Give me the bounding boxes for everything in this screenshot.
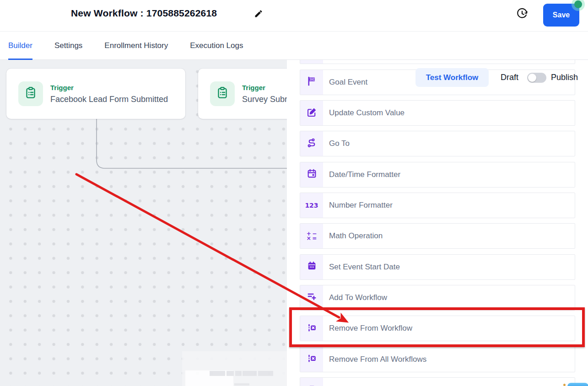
tab-bar: BuilderSettingsEnrollment HistoryExecuti… — [0, 32, 588, 60]
list-add-icon — [307, 291, 317, 304]
trigger-card[interactable]: Trigger Survey Subr — [198, 69, 287, 119]
calendar-date-icon — [307, 168, 317, 181]
header: New Workflow : 1705885262618 Save — [0, 0, 588, 32]
action-icon-box — [300, 316, 323, 341]
edit-square-icon — [307, 107, 317, 119]
math-symbols-icon: + −× = — [307, 231, 317, 241]
version-history-button[interactable] — [515, 7, 529, 21]
action-item-number-formatter[interactable]: 123 Number Formatter — [300, 193, 575, 218]
list-remove-icon — [307, 322, 317, 335]
tab-label: Builder — [8, 41, 32, 50]
action-icon-box — [300, 101, 323, 125]
action-item-remove-from-workflow[interactable]: Remove From Workflow — [300, 316, 575, 341]
trigger-icon-box — [18, 81, 43, 106]
trigger-type-label: Trigger — [242, 84, 287, 91]
action-item-label: Update Custom Value — [323, 101, 405, 125]
action-item-label: Remove From All Workflows — [323, 347, 426, 372]
action-item-label: Goal Event — [323, 70, 367, 95]
action-item-label — [323, 60, 329, 64]
unsaved-changes-dot — [574, 0, 582, 8]
trigger-title: Survey Subr — [242, 95, 287, 104]
drag-ghost-preview — [182, 351, 287, 386]
tab-label: Enrollment History — [104, 41, 168, 50]
action-item-partial-top[interactable] — [300, 60, 575, 64]
action-item-label: Number Formatter — [323, 193, 393, 218]
action-item-label: Date/Time Formatter — [323, 162, 400, 187]
action-item-label: Add To Workflow — [323, 285, 387, 310]
publish-label: Publish — [551, 73, 578, 82]
action-item-remove-from-all-workflows[interactable]: Remove From All Workflows — [300, 347, 575, 372]
action-icon-box — [300, 162, 323, 187]
trigger-texts: Trigger Survey Subr — [242, 69, 287, 119]
route-icon — [307, 138, 317, 150]
action-icon-box — [300, 131, 323, 156]
workflow-canvas[interactable]: Trigger Facebook Lead Form Submitted Tri… — [0, 60, 287, 386]
publish-toggle[interactable] — [527, 73, 546, 83]
action-icon-box — [300, 378, 323, 386]
action-icon-box — [300, 347, 323, 372]
tab-label: Settings — [54, 41, 82, 50]
trigger-texts: Trigger Facebook Lead Form Submitted — [50, 69, 168, 119]
numbers-123-icon: 123 — [305, 201, 318, 209]
workflow-title: New Workflow : 1705885262618 — [71, 8, 217, 19]
action-item-math-operation[interactable]: + −× = Math Operation — [300, 223, 575, 249]
clipboard-icon — [24, 86, 38, 102]
tab-enrollment-history[interactable]: Enrollment History — [104, 32, 168, 60]
draft-label: Draft — [501, 73, 518, 82]
action-item-label: Set Event Start Date — [323, 255, 400, 279]
action-icon-box: + −× = — [300, 224, 323, 248]
tab-builder[interactable]: Builder — [8, 32, 32, 60]
pencil-icon — [254, 13, 263, 20]
toggle-knob — [528, 74, 536, 82]
actions-panel: Goal Event Update Custom Value Go To Dat… — [287, 60, 588, 386]
history-clock-icon — [516, 14, 528, 21]
trigger-card[interactable]: Trigger Facebook Lead Form Submitted — [6, 69, 185, 119]
chat-widget-dot — [563, 384, 566, 386]
calendar-event-icon — [307, 261, 317, 273]
square-filled-icon — [307, 384, 317, 386]
action-item-update-custom-value[interactable]: Update Custom Value — [300, 100, 575, 126]
action-item-add-to-workflow[interactable]: Add To Workflow — [300, 285, 575, 311]
action-icon-box — [300, 255, 323, 279]
tab-label: Execution Logs — [190, 41, 243, 50]
edit-title-button[interactable] — [253, 8, 264, 20]
tab-settings[interactable]: Settings — [54, 32, 82, 60]
tabs: BuilderSettingsEnrollment HistoryExecuti… — [8, 32, 265, 60]
clipboard-icon — [216, 86, 229, 102]
action-item-label — [323, 378, 329, 386]
trigger-title: Facebook Lead Form Submitted — [50, 95, 168, 104]
save-button[interactable]: Save — [543, 4, 579, 27]
action-item-go-to[interactable]: Go To — [300, 131, 575, 156]
action-item-label: Math Operation — [323, 224, 383, 248]
list-remove-icon — [307, 353, 317, 365]
goal-flag-icon — [307, 76, 317, 88]
action-icon-box: 123 — [300, 193, 323, 218]
action-icon-box — [300, 70, 323, 95]
action-icon-box — [300, 285, 323, 310]
test-workflow-button[interactable]: Test Workflow — [415, 68, 489, 87]
trigger-icon-box — [210, 81, 235, 106]
chat-widget-icon[interactable] — [567, 383, 588, 386]
action-item-label: Go To — [323, 131, 350, 156]
action-item-set-event-start-date[interactable]: Set Event Start Date — [300, 254, 575, 280]
action-item-partial-bottom[interactable] — [300, 377, 575, 386]
action-icon-box — [300, 60, 323, 64]
action-item-label: Remove From Workflow — [323, 316, 412, 341]
action-item-date-time-formatter[interactable]: Date/Time Formatter — [300, 162, 575, 188]
tab-execution-logs[interactable]: Execution Logs — [190, 32, 243, 60]
trigger-type-label: Trigger — [50, 84, 168, 91]
